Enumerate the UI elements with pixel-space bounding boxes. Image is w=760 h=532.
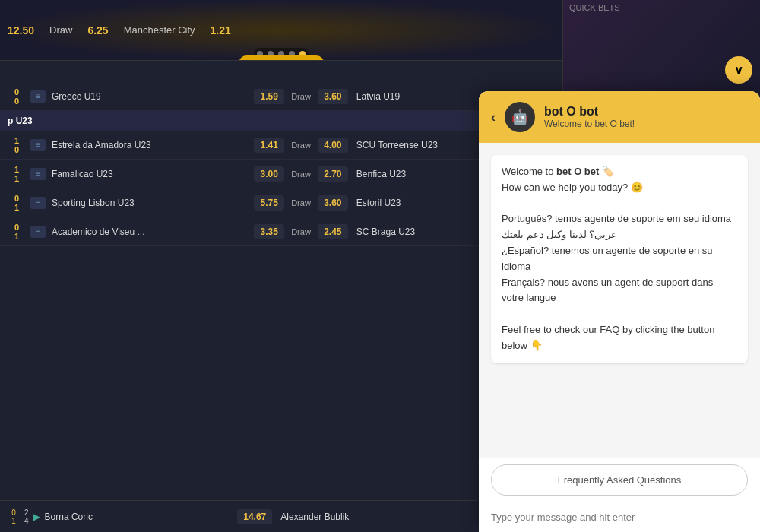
draw-label: Draw — [291, 92, 311, 101]
score-home: 0 — [14, 223, 19, 232]
team1-name-tennis: Borna Coric — [45, 511, 236, 522]
draw-label: Draw — [291, 198, 311, 207]
quick-bets-label: QUICK BETS — [563, 0, 760, 15]
table-row: 0 1 Academico de Viseu ... 3.35 Draw 2.4… — [0, 217, 562, 246]
team1-name: Sporting Lisbon U23 — [52, 198, 252, 208]
main-background: 12.50 Draw 6.25 Manchester City 1.21 ALL… — [0, 0, 562, 532]
score-away: 0 — [14, 145, 19, 154]
table-row: 0 0 Greece U19 1.59 Draw 3.60 Latvia U19 — [0, 82, 562, 111]
draw-label: Draw — [291, 141, 311, 150]
chat-header: ‹ 🤖 bot O bot Welcome to bet O bet! — [479, 91, 760, 143]
sets-col: 2 4 — [24, 508, 29, 525]
table-row: 1 0 Estrela da Amadora U23 1.41 Draw 4.0… — [0, 131, 562, 160]
score-home: 0 — [14, 87, 19, 97]
chat-back-button[interactable]: ‹ — [491, 109, 496, 125]
draw-label: Draw — [291, 227, 311, 236]
odd-value-2[interactable]: 6.25 — [87, 24, 108, 36]
draw-label: Draw — [291, 169, 311, 179]
table-row: 0 1 Sporting Lisbon U23 5.75 Draw 3.60 E… — [0, 188, 562, 217]
score-away: 1 — [14, 174, 19, 183]
score-mini: 0 1 — [6, 508, 21, 525]
odd1-button[interactable]: 1.41 — [254, 138, 284, 153]
score-col: 0 1 — [6, 223, 27, 241]
score-away: 1 — [14, 203, 19, 212]
all-events-button[interactable]: ALL 81 EVENTS — [239, 55, 324, 61]
section-header-u23: p U23 — [0, 111, 562, 131]
odd-label-mancity[interactable]: Manchester City — [124, 24, 195, 36]
odd1-button[interactable]: 3.35 — [254, 224, 284, 239]
odd-draw-button[interactable]: 2.45 — [318, 224, 348, 239]
chat-message-1: Welcome to bet O bet 🏷️ How can we help … — [491, 155, 748, 363]
chat-title-area: bot O bot Welcome to bet O bet! — [544, 105, 748, 129]
odd-value-1[interactable]: 12.50 — [8, 24, 34, 36]
bet-icon[interactable] — [30, 90, 46, 103]
score-away: 0 — [14, 97, 19, 106]
score-away: 1 — [14, 232, 19, 241]
team1-name: Academico de Viseu ... — [52, 226, 252, 237]
odd1-button[interactable]: 3.00 — [254, 166, 284, 182]
expand-button[interactable]: ∨ — [725, 56, 752, 84]
bottom-match-row: 0 1 2 4 ▶ Borna Coric 14.67 Alexander Bu… — [0, 500, 477, 532]
chat-input[interactable] — [491, 511, 748, 523]
bet-icon[interactable] — [30, 197, 46, 209]
score-col: 0 0 — [6, 87, 27, 106]
faq-button[interactable]: Frequently Asked Questions — [491, 464, 748, 496]
team1-name: Famalicao U23 — [52, 169, 252, 179]
bet-icon[interactable] — [30, 139, 46, 151]
team1-name: Greece U19 — [52, 91, 252, 102]
bet-icon[interactable] — [30, 226, 46, 238]
odd-label-draw[interactable]: Draw — [49, 24, 72, 36]
odd-draw-button[interactable]: 3.60 — [318, 195, 348, 211]
score-col: 1 0 — [6, 136, 27, 154]
chat-body: Welcome to bet O bet 🏷️ How can we help … — [479, 143, 760, 458]
odd-draw-button[interactable]: 3.60 — [318, 89, 348, 104]
odd1-button[interactable]: 5.75 — [254, 195, 284, 211]
content-area: 0 0 Greece U19 1.59 Draw 3.60 Latvia U19… — [0, 82, 562, 246]
right-top-banner: QUICK BETS ∨ — [563, 0, 760, 91]
odds-row: 12.50 Draw 6.25 Manchester City 1.21 — [8, 24, 555, 36]
table-row: 1 1 Famalicao U23 3.00 Draw 2.70 Benfica… — [0, 160, 562, 188]
score-home: 0 — [14, 194, 19, 203]
chat-input-area — [479, 502, 760, 532]
score-home: 1 — [14, 136, 19, 145]
score-col: 0 1 — [6, 194, 27, 212]
odd1-button-tennis[interactable]: 14.67 — [237, 509, 272, 524]
bet-icon[interactable] — [30, 168, 46, 180]
odd-draw-button[interactable]: 4.00 — [318, 138, 348, 153]
score-col: 1 1 — [6, 165, 27, 183]
score-home: 1 — [14, 165, 19, 174]
odd-value-3[interactable]: 1.21 — [211, 24, 231, 36]
odd-draw-button[interactable]: 2.70 — [318, 166, 348, 182]
tennis-icon: ▶ — [33, 511, 40, 522]
team1-name: Estrela da Amadora U23 — [52, 140, 252, 150]
chat-window: ‹ 🤖 bot O bot Welcome to bet O bet! Welc… — [479, 91, 760, 532]
chat-bot-subtitle: Welcome to bet O bet! — [544, 119, 748, 129]
bot-avatar: 🤖 — [505, 102, 535, 132]
bot-emoji: 🤖 — [511, 109, 528, 125]
odd1-button[interactable]: 1.59 — [254, 89, 284, 104]
top-banner: 12.50 Draw 6.25 Manchester City 1.21 ALL… — [0, 0, 562, 61]
team2-name-tennis: Alexander Bublik — [280, 511, 471, 522]
chat-bot-name: bot O bot — [544, 105, 748, 119]
